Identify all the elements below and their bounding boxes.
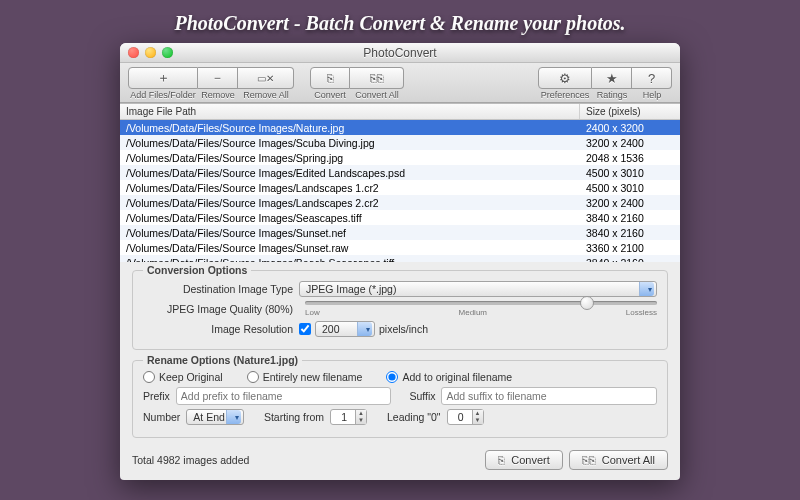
cell-size: 3360 x 2100 <box>580 240 680 255</box>
table-row[interactable]: /Volumes/Data/Files/Source Images/Landsc… <box>120 195 680 210</box>
toolbar-label: Help <box>632 90 672 100</box>
resolution-label: Image Resolution <box>143 323 293 335</box>
dest-type-select[interactable]: JPEG Image (*.jpg) <box>299 281 657 297</box>
column-header-size[interactable]: Size (pixels) <box>580 104 680 119</box>
toolbar-label: Convert All <box>350 90 404 100</box>
rename-options-group: Rename Options (Nature1.jpg) Keep Origin… <box>132 360 668 438</box>
number-label: Number <box>143 411 180 423</box>
conversion-options-group: Conversion Options Destination Image Typ… <box>132 270 668 350</box>
convert-all-icon: ⎘⎘ <box>582 454 596 466</box>
chevron-down-icon[interactable]: ▼ <box>356 417 366 424</box>
chevron-up-icon[interactable]: ▲ <box>356 410 366 417</box>
prefix-label: Prefix <box>143 390 170 402</box>
preferences-button[interactable]: ⚙ <box>538 67 592 89</box>
cell-path: /Volumes/Data/Files/Source Images/Nature… <box>120 120 580 135</box>
jpeg-quality-slider[interactable] <box>305 301 657 305</box>
convert-all-button[interactable]: ⎘⎘Convert All <box>569 450 668 470</box>
cell-size: 4500 x 3010 <box>580 180 680 195</box>
cell-size: 3840 x 2160 <box>580 255 680 262</box>
toolbar-label: Remove <box>198 90 238 100</box>
cell-size: 4500 x 3010 <box>580 165 680 180</box>
suffix-label: Suffix <box>409 390 435 402</box>
starting-from-label: Starting from <box>264 411 324 423</box>
toolbar: ＋ － ▭✕ Add Files/Folder Remove Remove Al… <box>120 63 680 103</box>
toolbar-convert-all-button[interactable]: ⎘⎘ <box>350 67 404 89</box>
radio-add-original[interactable]: Add to original filename <box>386 371 512 383</box>
help-button[interactable]: ? <box>632 67 672 89</box>
minus-icon: － <box>211 69 224 87</box>
cell-size: 2400 x 3200 <box>580 120 680 135</box>
zoom-icon[interactable] <box>162 47 173 58</box>
leading-zero-stepper[interactable]: 0 ▲▼ <box>447 409 484 425</box>
total-count: Total 4982 images added <box>132 454 249 466</box>
remove-all-button[interactable]: ▭✕ <box>238 67 294 89</box>
resolution-checkbox[interactable] <box>299 323 311 335</box>
close-icon[interactable] <box>128 47 139 58</box>
cell-size: 2048 x 1536 <box>580 150 680 165</box>
suffix-input[interactable] <box>441 387 657 405</box>
table-row[interactable]: /Volumes/Data/Files/Source Images/Seasca… <box>120 210 680 225</box>
toolbar-label: Ratings <box>592 90 632 100</box>
table-row[interactable]: /Volumes/Data/Files/Source Images/Sunset… <box>120 240 680 255</box>
table-row[interactable]: /Volumes/Data/Files/Source Images/Edited… <box>120 165 680 180</box>
cell-path: /Volumes/Data/Files/Source Images/Spring… <box>120 150 580 165</box>
table-row[interactable]: /Volumes/Data/Files/Source Images/Spring… <box>120 150 680 165</box>
chevron-down-icon[interactable]: ▼ <box>473 417 483 424</box>
leading-zero-label: Leading "0" <box>387 411 441 423</box>
star-icon: ★ <box>606 71 618 86</box>
titlebar: PhotoConvert <box>120 43 680 63</box>
radio-keep-original[interactable]: Keep Original <box>143 371 223 383</box>
file-table: Image File Path Size (pixels) /Volumes/D… <box>120 103 680 262</box>
dest-type-label: Destination Image Type <box>143 283 293 295</box>
cell-path: /Volumes/Data/Files/Source Images/Edited… <box>120 165 580 180</box>
gear-icon: ⚙ <box>559 71 571 86</box>
convert-icon: ⎘ <box>327 72 334 84</box>
convert-button[interactable]: ⎘Convert <box>485 450 563 470</box>
cell-path: /Volumes/Data/Files/Source Images/Landsc… <box>120 195 580 210</box>
radio-new-filename[interactable]: Entirely new filename <box>247 371 363 383</box>
help-icon: ? <box>648 71 655 86</box>
cell-path: /Volumes/Data/Files/Source Images/Beach … <box>120 255 580 262</box>
add-files-button[interactable]: ＋ <box>128 67 198 89</box>
prefix-input[interactable] <box>176 387 392 405</box>
slider-tick-medium: Medium <box>459 308 487 317</box>
number-position-select[interactable]: At End <box>186 409 244 425</box>
window-title: PhotoConvert <box>120 46 680 60</box>
cell-size: 3840 x 2160 <box>580 210 680 225</box>
cell-path: /Volumes/Data/Files/Source Images/Sunset… <box>120 225 580 240</box>
toolbar-label: Remove All <box>238 90 294 100</box>
cell-path: /Volumes/Data/Files/Source Images/Seasca… <box>120 210 580 225</box>
cell-path: /Volumes/Data/Files/Source Images/Sunset… <box>120 240 580 255</box>
convert-all-icon: ⎘⎘ <box>370 72 384 84</box>
minimize-icon[interactable] <box>145 47 156 58</box>
cell-path: /Volumes/Data/Files/Source Images/Landsc… <box>120 180 580 195</box>
table-row[interactable]: /Volumes/Data/Files/Source Images/Scuba … <box>120 135 680 150</box>
chevron-up-icon[interactable]: ▲ <box>473 410 483 417</box>
starting-from-stepper[interactable]: 1 ▲▼ <box>330 409 367 425</box>
remove-button[interactable]: － <box>198 67 238 89</box>
plus-icon: ＋ <box>157 69 170 87</box>
remove-all-icon: ▭✕ <box>257 73 274 84</box>
resolution-select[interactable]: 200 <box>315 321 375 337</box>
slider-thumb[interactable] <box>580 296 594 310</box>
table-row[interactable]: /Volumes/Data/Files/Source Images/Landsc… <box>120 180 680 195</box>
table-row[interactable]: /Volumes/Data/Files/Source Images/Nature… <box>120 120 680 135</box>
toolbar-convert-button[interactable]: ⎘ <box>310 67 350 89</box>
slider-tick-low: Low <box>305 308 320 317</box>
cell-path: /Volumes/Data/Files/Source Images/Scuba … <box>120 135 580 150</box>
group-title: Conversion Options <box>143 264 251 276</box>
table-row[interactable]: /Volumes/Data/Files/Source Images/Beach … <box>120 255 680 262</box>
resolution-unit: pixels/inch <box>379 323 428 335</box>
jpeg-quality-label: JPEG Image Quality (80%) <box>143 303 293 315</box>
table-row[interactable]: /Volumes/Data/Files/Source Images/Sunset… <box>120 225 680 240</box>
cell-size: 3200 x 2400 <box>580 195 680 210</box>
cell-size: 3840 x 2160 <box>580 225 680 240</box>
toolbar-label: Convert <box>310 90 350 100</box>
group-title: Rename Options (Nature1.jpg) <box>143 354 302 366</box>
slider-tick-lossless: Lossless <box>626 308 657 317</box>
app-window: PhotoConvert ＋ － ▭✕ Add Files/Folder Rem… <box>120 43 680 480</box>
column-header-path[interactable]: Image File Path <box>120 104 580 119</box>
toolbar-label: Add Files/Folder <box>128 90 198 100</box>
ratings-button[interactable]: ★ <box>592 67 632 89</box>
footer: Total 4982 images added ⎘Convert ⎘⎘Conve… <box>120 444 680 480</box>
